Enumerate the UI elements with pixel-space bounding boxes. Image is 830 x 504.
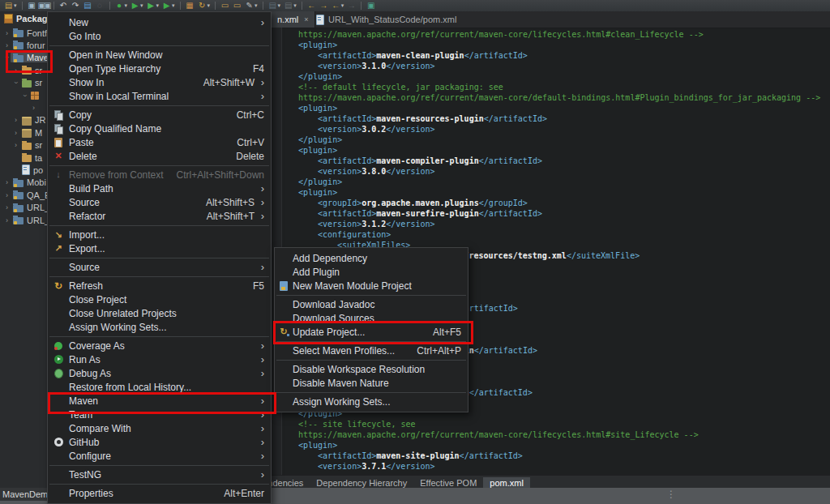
tree-chevron-icon[interactable]: › [30,104,37,112]
next-annotation-button[interactable]: → [318,0,328,11]
dropdown-caret-icon[interactable]: ▾ [293,2,297,9]
dropdown-caret-icon[interactable]: ▾ [140,2,143,9]
launch-config-button[interactable]: ●▾ [113,0,128,11]
pom-tab-dependency-hierarchy[interactable]: Dependency Hierarchy [310,477,413,489]
context-menu-item-export[interactable]: ↗Export... [48,241,271,255]
tree-item-m[interactable]: ›M [12,126,45,139]
open-task-button[interactable]: ▤ [82,0,92,11]
tree-item-mobi[interactable]: ›Mobi [3,177,49,189]
context-menu-item-source[interactable]: Source› [48,260,271,274]
dropdown-caret-icon[interactable]: ▾ [278,2,281,9]
tree-chevron-icon[interactable]: › [3,216,11,224]
forward-history-button[interactable]: → [345,0,356,11]
tree-chevron-icon[interactable]: › [21,92,29,99]
tree-chevron-icon[interactable]: › [3,178,11,186]
context-menu-item-configure[interactable]: Configure› [48,449,271,463]
tree-item-ta[interactable]: ta [12,152,45,164]
maven-submenu-item-disable-maven-nature[interactable]: Disable Maven Nature [275,376,468,390]
profile-button[interactable]: ▶▾ [160,0,175,11]
close-tab-icon[interactable]: × [304,15,308,23]
git-folder-button[interactable]: ▭ [231,0,242,11]
dropdown-caret-icon[interactable]: ▾ [172,2,175,9]
tree-item-jr[interactable]: ›JR [12,114,48,126]
tree-chevron-icon[interactable]: › [12,79,20,87]
context-menu-item-new[interactable]: New› [48,15,271,29]
context-menu-item-open-in-new-window[interactable]: Open in New Window [48,48,271,62]
tree-item-url[interactable]: ›URL_ [3,214,52,226]
context-menu-item-close-unrelated-projects[interactable]: Close Unrelated Projects [48,306,271,320]
context-menu-item-delete[interactable]: ✕DeleteDelete [48,149,271,163]
tree-item-item[interactable]: › [21,89,41,101]
save-all-button[interactable]: ▣▣ [38,0,49,11]
annotate-button[interactable]: ✎▾ [243,0,258,11]
context-menu-item-import[interactable]: ↘Import... [48,228,271,241]
editor-tab-n-xml[interactable]: n.xml× [272,11,315,28]
context-menu-item-debug-as[interactable]: Debug As› [48,366,271,380]
tree-item-sr[interactable]: ›sr [12,139,45,152]
context-menu-item-close-project[interactable]: Close Project [48,293,271,306]
tree-chevron-icon[interactable]: › [12,141,19,149]
new-java-project-button[interactable]: ▦ [184,0,195,11]
status-overflow-icon[interactable]: ⋮ [666,489,676,500]
context-menu-item-remove-from-context[interactable]: ↓Remove from ContextCtrl+Alt+Shift+Down [48,168,271,182]
undo-button[interactable]: ↶ [58,0,68,11]
coverage-button[interactable]: ▶▾ [145,0,160,11]
debug-config-button[interactable]: ▤▾ [282,0,297,11]
tree-chevron-icon[interactable]: › [3,41,11,49]
maven-submenu-item-assign-working-sets[interactable]: Assign Working Sets... [275,395,468,408]
dropdown-caret-icon[interactable]: ▾ [341,2,344,9]
tree-chevron-icon[interactable]: › [3,203,11,211]
tree-item-fontf[interactable]: ›Fontf [3,27,49,39]
package-explorer-tab[interactable]: Package [4,14,53,23]
git-repository-button[interactable]: ▭ [219,0,229,11]
tree-chevron-icon[interactable]: › [12,129,19,137]
context-menu-item-assign-working-sets[interactable]: Assign Working Sets... [48,320,271,334]
tree-item-item[interactable]: › [30,101,42,113]
tree-item-url[interactable]: ›URL_ [3,202,52,214]
context-menu-item-copy-qualified-name[interactable]: Copy Qualified Name [48,122,271,135]
previous-annotation-button[interactable]: ← [306,0,316,11]
save-button[interactable]: ▣ [26,0,36,11]
context-menu-item-testng[interactable]: TestNG› [48,468,271,481]
context-menu-item-source[interactable]: SourceAlt+Shift+S› [48,195,271,209]
maven-submenu-item-select-maven-profiles[interactable]: Select Maven Profiles...Ctrl+Alt+P [275,344,468,357]
context-menu-item-refactor[interactable]: RefactorAlt+Shift+T› [48,209,271,223]
new-wizard-button[interactable]: ▤▾ [2,0,17,11]
pom-tab-pom-xml[interactable]: pom.xml [483,477,530,489]
tree-item-po[interactable]: po [12,164,45,176]
dropdown-caret-icon[interactable]: ▾ [14,2,17,9]
context-menu-item-github[interactable]: GitHub› [48,435,271,449]
context-menu-item-open-type-hierarchy[interactable]: Open Type HierarchyF4 [48,62,271,75]
tree-item-qa-e[interactable]: ›QA_E [3,189,53,201]
maven-submenu-item-add-plugin[interactable]: Add Plugin [275,265,468,279]
dropdown-caret-icon[interactable]: ▾ [125,2,128,9]
context-menu-item-refresh[interactable]: ↻RefreshF5 [48,279,271,293]
dropdown-caret-icon[interactable]: ▾ [255,2,258,9]
context-menu-item-coverage-as[interactable]: Coverage As› [48,339,271,352]
context-menu-item-build-path[interactable]: Build Path› [48,182,271,195]
pom-tab-effective-pom[interactable]: Effective POM [413,477,483,489]
redo-button[interactable]: ↷ [70,0,80,11]
maven-submenu-item-download-javadoc[interactable]: Download Javadoc [275,297,468,311]
maven-refresh-button[interactable]: ↻▾ [196,0,211,11]
context-menu-item-properties[interactable]: PropertiesAlt+Enter [48,486,271,500]
external-tools-button[interactable]: ▤▾ [267,0,281,11]
context-menu-item-compare-with[interactable]: Compare With› [48,421,271,435]
editor-tab-url-with-statuscode-pom-xml[interactable]: URL_With_StatusCode/pom.xml [310,11,462,28]
context-menu-item-run-as[interactable]: Run As› [48,352,271,366]
tree-item-sr[interactable]: ›sr [12,77,45,89]
context-menu-item-go-into[interactable]: Go Into [48,29,271,43]
context-menu-item-show-in-local-terminal[interactable]: Show in Local Terminal› [48,89,271,103]
maven-submenu-item-add-dependency[interactable]: Add Dependency [275,251,468,265]
maven-submenu-item-disable-workspace-resolution[interactable]: Disable Workspace Resolution [275,362,468,376]
dropdown-caret-icon[interactable]: ▾ [156,2,160,9]
tree-chevron-icon[interactable]: › [12,116,19,124]
last-edit-location-button[interactable]: ▣ [365,0,375,11]
dropdown-caret-icon[interactable]: ▾ [208,2,211,9]
maven-submenu-item-new-maven-module-project[interactable]: New Maven Module Project [275,279,468,293]
search-button[interactable]: ◌ [94,0,105,11]
back-history-button[interactable]: ←▾ [330,0,344,11]
tree-chevron-icon[interactable]: › [3,191,11,199]
tree-chevron-icon[interactable]: › [3,29,11,37]
context-menu-item-paste[interactable]: PasteCtrl+V [48,135,271,149]
